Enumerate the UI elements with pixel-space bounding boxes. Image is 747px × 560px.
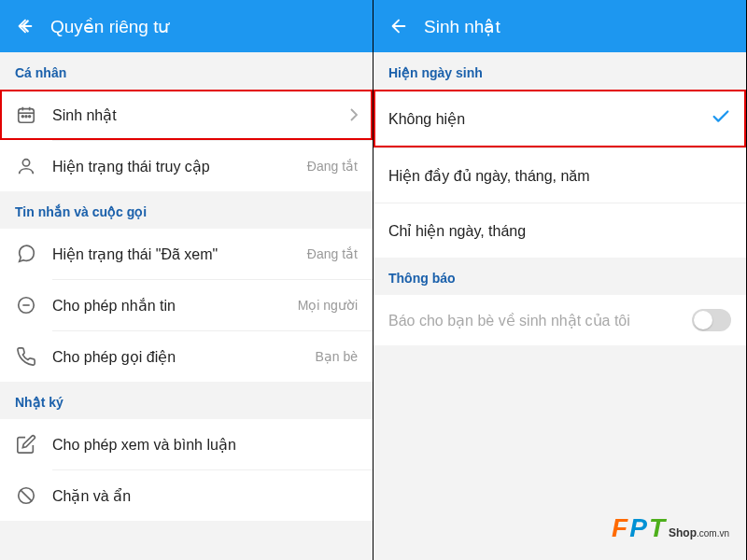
svg-line-12 [21,490,32,501]
logo-t: T [649,513,665,543]
online-status-value: Đang tắt [307,159,358,174]
view-comment-item[interactable]: Cho phép xem và bình luận [0,419,373,469]
watermark-logo: F P T Shop.com.vn [612,513,729,543]
section-show-birthday-title: Hiện ngày sinh [374,52,746,90]
back-icon[interactable] [388,16,409,36]
logo-shop: Shop [669,526,697,539]
svg-point-6 [25,116,27,118]
section-personal-title: Cá nhân [0,52,373,90]
option-none-label: Không hiện [388,110,711,128]
message-icon [15,294,37,316]
personal-list: Sinh nhật Hiện trạng thái truy cập Đang … [0,90,373,191]
header: Quyền riêng tư [0,0,373,52]
option-none[interactable]: Không hiện [374,90,746,147]
allow-message-item[interactable]: Cho phép nhắn tin Mọi người [0,280,373,330]
option-full[interactable]: Hiện đầy đủ ngày, tháng, năm [374,148,746,203]
header: Sinh nhật [374,0,746,52]
chevron-right-icon [350,108,358,121]
svg-point-8 [22,160,29,166]
allow-message-value: Mọi người [298,298,358,313]
block-hide-item[interactable]: Chặn và ẩn [0,470,373,521]
seen-status-label: Hiện trạng thái "Đã xem" [52,245,292,263]
view-comment-label: Cho phép xem và bình luận [52,436,358,454]
section-messages-title: Tin nhắn và cuộc gọi [0,191,373,229]
block-hide-label: Chặn và ẩn [52,487,358,505]
notification-list: Báo cho bạn bè về sinh nhật của tôi [374,295,746,345]
chat-bubble-icon [15,243,37,265]
back-icon[interactable] [15,16,35,36]
block-icon [15,484,37,507]
svg-point-7 [29,116,31,118]
seen-status-value: Đang tắt [307,246,358,261]
birthday-label: Sinh nhật [52,106,335,124]
edit-icon [15,433,37,455]
toggle-switch[interactable] [692,309,731,331]
option-day-month-label: Chỉ hiện ngày, tháng [388,222,731,240]
svg-point-5 [21,116,23,118]
allow-call-label: Cho phép gọi điện [52,348,300,366]
online-status-item[interactable]: Hiện trạng thái truy cập Đang tắt [0,141,373,191]
logo-f: F [612,513,627,543]
allow-call-value: Bạn bè [315,349,358,364]
option-full-label: Hiện đầy đủ ngày, tháng, năm [388,167,731,185]
allow-call-item[interactable]: Cho phép gọi điện Bạn bè [0,331,373,382]
logo-domain: .com.vn [697,528,729,539]
diary-list: Cho phép xem và bình luận Chặn và ẩn [0,419,373,521]
section-notification-title: Thông báo [374,258,746,295]
notify-friends-item[interactable]: Báo cho bạn bè về sinh nhật của tôi [374,295,746,345]
birthday-screen: Sinh nhật Hiện ngày sinh Không hiện Hiện… [374,0,747,560]
check-icon [711,106,731,131]
section-diary-title: Nhật ký [0,382,373,419]
privacy-screen: Quyền riêng tư Cá nhân Sinh nhật Hiện tr… [0,0,374,560]
seen-status-item[interactable]: Hiện trạng thái "Đã xem" Đang tắt [0,229,373,279]
calendar-icon [15,104,37,126]
logo-p: P [629,513,647,543]
phone-icon [15,345,37,368]
user-icon [15,155,37,177]
allow-message-label: Cho phép nhắn tin [52,297,283,315]
online-status-label: Hiện trạng thái truy cập [52,158,292,175]
page-title: Quyền riêng tư [50,16,170,37]
option-day-month[interactable]: Chỉ hiện ngày, tháng [374,203,746,258]
birthday-options-list: Không hiện Hiện đầy đủ ngày, tháng, năm … [374,90,746,258]
page-title: Sinh nhật [424,16,500,37]
notify-friends-label: Báo cho bạn bè về sinh nhật của tôi [388,312,677,329]
birthday-item[interactable]: Sinh nhật [0,90,373,140]
messages-list: Hiện trạng thái "Đã xem" Đang tắt Cho ph… [0,229,373,382]
